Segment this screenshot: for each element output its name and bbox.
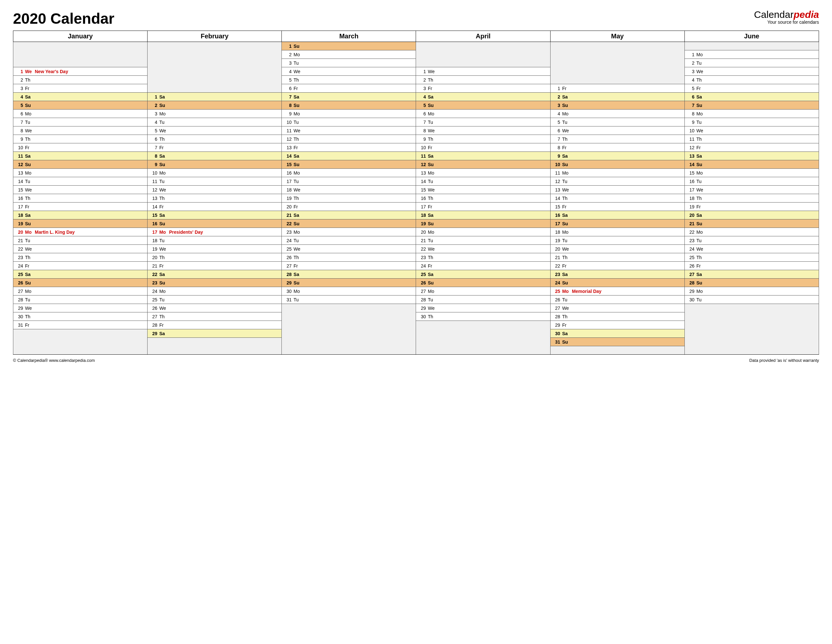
day-number: 23 [149, 280, 157, 285]
footer-right: Data provided 'as is' without warranty [749, 358, 819, 363]
day-cell: 19Tu [550, 236, 685, 245]
day-of-week: We [426, 247, 437, 252]
day-cell: 29We [13, 304, 147, 312]
day-number: 28 [418, 297, 426, 302]
day-cell: 24Fr [416, 262, 550, 270]
day-number: 27 [687, 272, 694, 277]
day-cell: 14Th [550, 194, 685, 202]
day-cell: 14Su [685, 160, 819, 169]
day-number: 14 [687, 162, 694, 167]
day-cell: 22We [416, 245, 550, 253]
day-of-week: We [426, 128, 437, 133]
day-cell: 6Th [147, 135, 282, 143]
day-cell: 1Su [282, 42, 416, 50]
day-cell: 23Su [147, 279, 282, 287]
day-cell: 29Fr [550, 321, 685, 329]
day-cell: 18Mo [550, 228, 685, 236]
day-number: 16 [15, 196, 23, 201]
day-of-week: We [23, 69, 34, 74]
day-of-week: Fr [157, 204, 168, 209]
day-number: 14 [284, 154, 291, 159]
day-number: 10 [284, 120, 291, 125]
day-of-week: Su [694, 103, 706, 108]
day-cell: 6Mo [13, 109, 147, 118]
day-cell: 1WeNew Year's Day [13, 67, 147, 76]
day-cell: 3Mo [147, 109, 282, 118]
day-cell: 26Su [416, 279, 550, 287]
day-of-week: Mo [23, 229, 34, 235]
day-number: 2 [418, 77, 426, 83]
calendar-row: 12Su9Su15Su12Su10Su14Su [13, 160, 819, 169]
day-number: 16 [149, 221, 157, 226]
day-of-week: Th [23, 77, 34, 83]
day-number: 12 [149, 187, 157, 192]
day-cell: 11Tu [147, 177, 282, 186]
day-number: 11 [149, 179, 157, 184]
day-number: 10 [552, 162, 560, 167]
day-of-week: Su [560, 280, 571, 285]
day-cell: 31Su [550, 338, 685, 346]
day-of-week: Fr [694, 145, 706, 150]
day-of-week: Mo [291, 170, 302, 176]
footer: © Calendarpedia® www.calendarpedia.com D… [13, 358, 819, 363]
calendar-row: 7Tu4Tu10Tu7Tu5Tu9Tu [13, 118, 819, 127]
day-number: 27 [418, 289, 426, 294]
day-cell: 20We [550, 245, 685, 253]
month-header: April [416, 31, 550, 42]
day-of-week: Su [426, 162, 437, 167]
day-number: 4 [15, 94, 23, 99]
day-cell: 24Tu [282, 236, 416, 245]
day-number: 13 [15, 170, 23, 176]
calendar-row: 14Tu11Tu17Tu14Tu12Tu16Tu [13, 177, 819, 186]
day-cell: 22Mo [685, 228, 819, 236]
day-number: 6 [149, 136, 157, 142]
day-of-week: We [157, 247, 168, 252]
day-of-week: Sa [694, 94, 706, 99]
day-number: 30 [552, 331, 560, 336]
day-of-week: Th [157, 136, 168, 142]
day-cell: 8We [416, 127, 550, 135]
page-title: 2020 Calendar [13, 10, 114, 27]
day-of-week: Mo [426, 289, 437, 294]
empty-cell [550, 346, 685, 355]
day-number: 7 [284, 94, 291, 99]
day-of-week: We [694, 247, 706, 252]
day-of-week: Tu [426, 120, 437, 125]
day-of-week: Th [426, 136, 437, 142]
day-of-week: Sa [157, 331, 168, 336]
day-of-week: We [291, 69, 302, 74]
day-of-week: Su [560, 340, 571, 344]
day-number: 7 [552, 136, 560, 142]
day-of-week: Sa [291, 154, 302, 159]
day-of-week: Su [23, 280, 34, 285]
day-cell: 14Tu [416, 177, 550, 186]
day-of-week: Tu [291, 238, 302, 243]
day-of-week: Mo [157, 289, 168, 294]
day-number: 19 [552, 238, 560, 243]
day-number: 11 [687, 136, 694, 142]
day-of-week: Sa [694, 272, 706, 277]
day-cell: 1We [416, 67, 550, 76]
month-header-row: JanuaryFebruaryMarchAprilMayJune [13, 31, 819, 42]
day-number: 2 [15, 77, 23, 83]
day-of-week: Th [291, 255, 302, 260]
day-of-week: Mo [157, 170, 168, 176]
day-number: 21 [418, 238, 426, 243]
day-of-week: Tu [157, 297, 168, 302]
day-number: 31 [284, 297, 291, 302]
day-number: 24 [687, 247, 694, 252]
day-cell: 24Fr [13, 262, 147, 270]
day-cell: 2Th [13, 76, 147, 84]
calendar-row: 28Tu25Tu31Tu28Tu26Tu30Tu [13, 295, 819, 304]
day-of-week: Mo [426, 229, 437, 235]
day-of-week: Th [291, 77, 302, 83]
day-cell: 17Fr [416, 202, 550, 211]
day-cell: 10Mo [147, 169, 282, 177]
day-cell: 16Mo [282, 169, 416, 177]
day-of-week: Tu [694, 238, 706, 243]
day-cell: 28Sa [282, 270, 416, 279]
day-cell: 14Tu [13, 177, 147, 186]
day-cell: 3Su [550, 101, 685, 109]
day-number: 10 [149, 170, 157, 176]
day-number: 26 [687, 263, 694, 269]
